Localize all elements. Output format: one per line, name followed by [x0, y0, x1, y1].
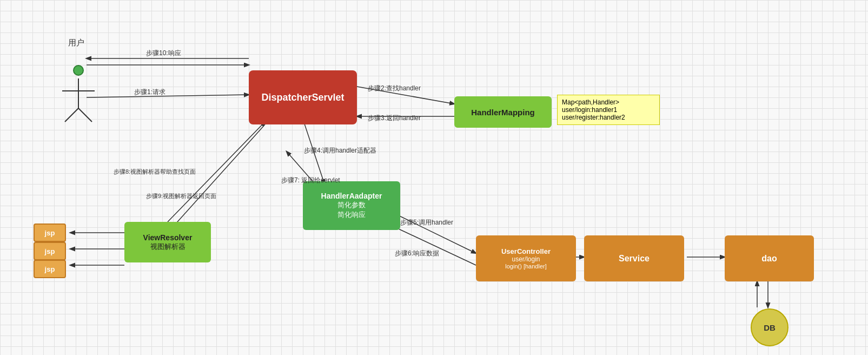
view-resolver-line1: ViewResolver	[143, 233, 193, 242]
note-line1: Map<path,Handler>	[562, 98, 655, 106]
service-node: Service	[584, 235, 684, 281]
step10-label: 步骤10:响应	[146, 49, 181, 58]
user-label: 用户	[68, 38, 84, 48]
step9-label: 步骤9:视图解析器返回页面	[146, 192, 216, 200]
handler-adapter-node: HandlerAadapter 简化参数 简化响应	[303, 181, 400, 230]
adapter-line3: 简化响应	[337, 210, 366, 220]
svg-line-20	[65, 108, 78, 122]
jsp3-label: jsp	[45, 265, 55, 273]
step4-label: 步骤4:调用handler适配器	[304, 146, 376, 155]
step2-label: 步骤2:查找handler	[368, 84, 421, 93]
note-line2: user/login:handler1	[562, 106, 655, 114]
svg-line-8	[389, 225, 476, 265]
dispatcher-servlet-node: DispatcherServlet	[249, 70, 357, 124]
step6-label: 步骤6:响应数据	[395, 249, 439, 258]
adapter-line2: 简化参数	[337, 200, 366, 210]
dao-label: dao	[761, 254, 777, 264]
svg-line-13	[168, 124, 265, 233]
actor-start-indicator	[73, 65, 84, 76]
arrows-overlay	[0, 0, 868, 355]
svg-line-7	[389, 211, 476, 253]
handler-mapping-label: HandlerMapping	[471, 108, 535, 117]
step5-label: 步骤5:调用handler	[400, 218, 453, 227]
svg-line-21	[78, 108, 92, 122]
svg-line-2	[87, 95, 249, 97]
view-resolver-line2: 视图解析器	[150, 242, 185, 252]
step3-label: 步骤3:返回handler	[368, 114, 421, 123]
diagram-canvas: 用户 DispatcherServlet HandlerMapping Map<…	[0, 0, 868, 355]
dispatcher-label: DispatcherServlet	[261, 92, 344, 103]
jsp-node-3: jsp	[34, 260, 66, 278]
service-label: Service	[619, 254, 650, 264]
adapter-line1: HandlerAadapter	[321, 192, 382, 200]
note-box: Map<path,Handler> user/login:handler1 us…	[557, 95, 660, 125]
user-controller-node: UserController user/login login() [handl…	[476, 235, 576, 281]
controller-line3: login() [handler]	[505, 263, 546, 269]
jsp-node-1: jsp	[34, 223, 66, 242]
dao-node: dao	[725, 235, 814, 281]
db-label: DB	[764, 323, 776, 332]
note-line3: user/register:handler2	[562, 114, 655, 121]
jsp1-label: jsp	[45, 229, 55, 237]
jsp2-label: jsp	[45, 247, 55, 255]
step7-label: 步骤7: 返回给servlet	[281, 176, 340, 185]
step8-label: 步骤8:视图解析器帮助查找页面	[114, 168, 196, 176]
controller-line2: user/login	[512, 255, 540, 263]
jsp-node-2: jsp	[34, 242, 66, 260]
db-node: DB	[751, 308, 789, 346]
handler-mapping-node: HandlerMapping	[454, 96, 552, 128]
controller-line1: UserController	[501, 247, 551, 255]
step1-label: 步骤1:请求	[134, 88, 165, 97]
view-resolver-node: ViewResolver 视图解析器	[124, 222, 211, 262]
